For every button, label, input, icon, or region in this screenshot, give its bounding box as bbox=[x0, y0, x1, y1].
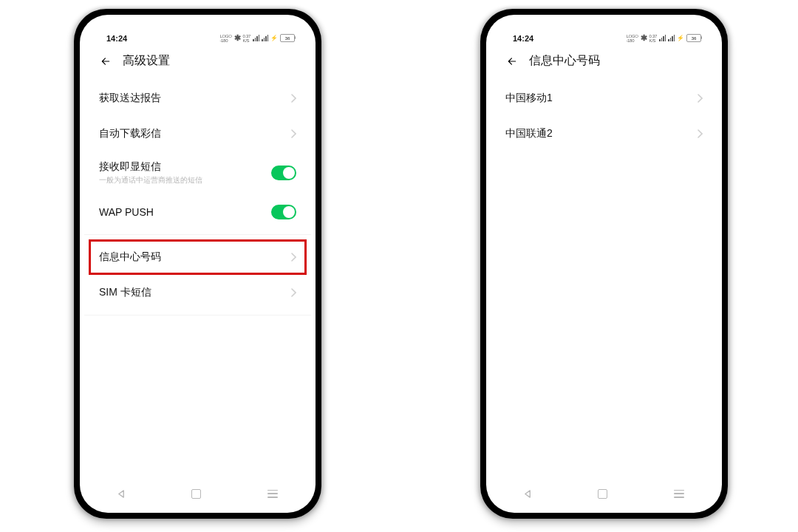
settings-list: 获取送达报告 自动下载彩信 接收即显短信 一般为通话中运营商推送的短信 W bbox=[84, 76, 311, 320]
row-delivery-report[interactable]: 获取送达报告 bbox=[84, 81, 311, 116]
nav-back-icon[interactable] bbox=[117, 490, 126, 498]
nav-recent-icon[interactable] bbox=[267, 490, 278, 498]
chevron-right-icon bbox=[290, 253, 296, 262]
chevron-right-icon bbox=[290, 288, 296, 297]
row-smsc-number[interactable]: 信息中心号码 bbox=[84, 239, 311, 275]
nav-home-icon[interactable] bbox=[598, 489, 607, 499]
header: 信息中心号码 bbox=[491, 43, 717, 76]
back-icon[interactable] bbox=[99, 56, 112, 66]
toggle-on-icon[interactable] bbox=[271, 205, 296, 219]
divider bbox=[84, 315, 311, 316]
status-bar: 14:24 LOGO-180 ✱ 0.37K/S ⚡ 36 bbox=[84, 19, 311, 43]
chevron-right-icon bbox=[697, 129, 703, 138]
status-time: 14:24 bbox=[106, 34, 127, 43]
nav-home-icon[interactable] bbox=[191, 489, 201, 499]
divider bbox=[84, 234, 311, 235]
nav-bar bbox=[84, 483, 311, 504]
row-wap-push[interactable]: WAP PUSH bbox=[84, 194, 311, 230]
nav-back-icon[interactable] bbox=[524, 490, 532, 498]
page-title: 信息中心号码 bbox=[529, 53, 600, 69]
smsc-list: 中国移动1 中国联通2 bbox=[491, 76, 717, 151]
nav-recent-icon[interactable] bbox=[674, 490, 684, 498]
battery-icon: 36 bbox=[686, 34, 701, 42]
phone-right: 14:24 LOGO-180 ✱ 0.37K/S ⚡ 36 信息中心号码 中国移… bbox=[480, 9, 728, 519]
row-flash-sms[interactable]: 接收即显短信 一般为通话中运营商推送的短信 bbox=[84, 151, 311, 194]
battery-icon: 36 bbox=[280, 34, 295, 42]
status-time: 14:24 bbox=[513, 34, 533, 43]
toggle-on-icon[interactable] bbox=[271, 166, 296, 180]
row-china-unicom-2[interactable]: 中国联通2 bbox=[491, 116, 717, 151]
chevron-right-icon bbox=[697, 94, 703, 103]
chevron-right-icon bbox=[290, 129, 296, 138]
phone-left: 14:24 LOGO-180 ✱ 0.37K/S ⚡ 36 高级设置 获取送达报… bbox=[74, 9, 321, 519]
back-icon[interactable] bbox=[505, 56, 519, 66]
page-title: 高级设置 bbox=[123, 53, 170, 69]
status-icons: LOGO-180 ✱ 0.37K/S ⚡ 36 bbox=[626, 33, 701, 43]
chevron-right-icon bbox=[290, 94, 296, 103]
row-china-mobile-1[interactable]: 中国移动1 bbox=[491, 81, 717, 116]
row-auto-download-mms[interactable]: 自动下载彩信 bbox=[84, 116, 311, 151]
row-sim-sms[interactable]: SIM 卡短信 bbox=[84, 275, 311, 310]
status-icons: LOGO-180 ✱ 0.37K/S ⚡ 36 bbox=[219, 33, 295, 43]
header: 高级设置 bbox=[84, 43, 311, 76]
status-bar: 14:24 LOGO-180 ✱ 0.37K/S ⚡ 36 bbox=[491, 19, 717, 43]
nav-bar bbox=[491, 483, 717, 504]
